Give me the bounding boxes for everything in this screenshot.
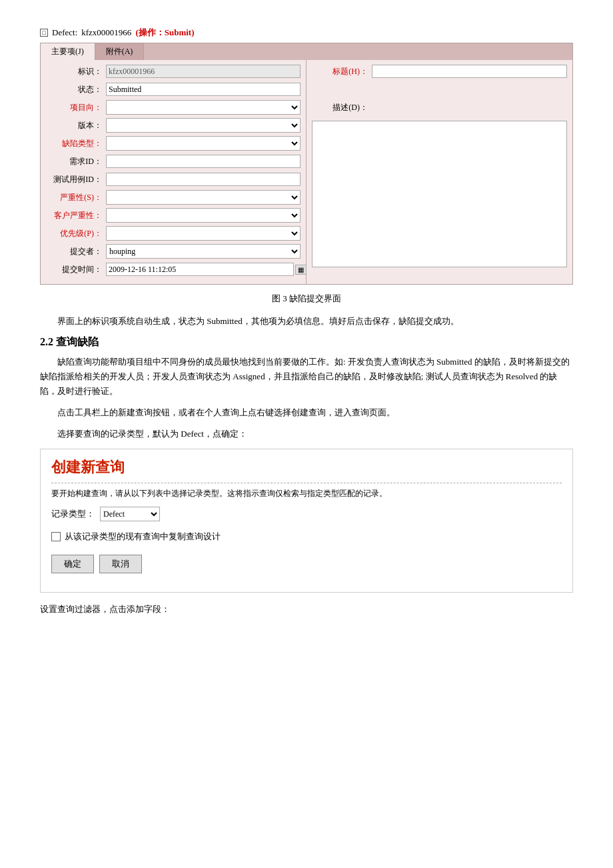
label-test-case-id: 测试用例ID： xyxy=(46,174,106,185)
form-body: 标识： 状态： 项目向： 版本： 缺陷类型： 需求ID： xyxy=(41,60,572,284)
section-para-2: 点击工具栏上的新建查询按钮，或者在个人查询上点右键选择创建查询，进入查询页面。 xyxy=(40,405,573,420)
form-left-column: 标识： 状态： 项目向： 版本： 缺陷类型： 需求ID： xyxy=(41,60,306,284)
copy-query-checkbox[interactable] xyxy=(51,532,61,541)
field-id: 标识： xyxy=(46,64,301,79)
field-submit-time: 提交时间： ▦ xyxy=(46,262,301,277)
defect-header: □ Defect: kfzx00001966 (操作：Submit) xyxy=(40,27,573,39)
section-para-3: 选择要查询的记录类型，默认为 Defect，点确定： xyxy=(40,427,573,441)
create-query-panel: 创建新查询 要开始构建查询，请从以下列表中选择记录类型。这将指示查询仅检索与指定… xyxy=(40,449,573,593)
section-para-1: 缺陷查询功能帮助项目组中不同身份的成员最快地找到当前要做的工作。如: 开发负责人… xyxy=(40,355,573,399)
label-title: 标题(H)： xyxy=(312,66,372,77)
label-project: 项目向： xyxy=(46,102,106,113)
tab-attachment[interactable]: 附件(A) xyxy=(95,43,145,60)
label-submit-time: 提交时间： xyxy=(46,264,106,275)
label-requirement-id: 需求ID： xyxy=(46,156,106,167)
input-test-case-id[interactable] xyxy=(106,173,301,186)
select-severity[interactable] xyxy=(106,190,301,205)
select-version[interactable] xyxy=(106,118,301,133)
calendar-icon[interactable]: ▦ xyxy=(295,265,306,275)
input-id[interactable] xyxy=(106,65,301,78)
record-type-label: 记录类型： xyxy=(51,508,95,520)
field-status: 状态： xyxy=(46,82,301,97)
form-right-column: 标题(H)： 描述(D)： xyxy=(306,60,572,284)
select-priority[interactable] xyxy=(106,226,301,241)
input-submit-time[interactable] xyxy=(106,263,294,276)
label-submitter: 提交者： xyxy=(46,246,106,257)
field-customer-severity: 客户严重性： xyxy=(46,208,301,223)
label-id: 标识： xyxy=(46,66,106,77)
field-project: 项目向： xyxy=(46,100,301,115)
tab-main[interactable]: 主要项(J) xyxy=(41,43,95,60)
defect-id: kfzx00001966 xyxy=(81,27,131,38)
select-project[interactable] xyxy=(106,100,301,115)
field-requirement-id: 需求ID： xyxy=(46,154,301,169)
field-title: 标题(H)： xyxy=(312,64,567,79)
select-customer-severity[interactable] xyxy=(106,208,301,223)
field-severity: 严重性(S)： xyxy=(46,190,301,205)
field-test-case-id: 测试用例ID： xyxy=(46,172,301,187)
filter-text: 设置查询过滤器，点击添加字段： xyxy=(40,602,573,617)
input-status[interactable] xyxy=(106,83,301,96)
field-submitter: 提交者： houping xyxy=(46,244,301,259)
record-type-row: 记录类型： Defect xyxy=(51,507,562,521)
section-heading-2-2: 2.2 查询缺陷 xyxy=(40,335,573,349)
label-description: 描述(D)： xyxy=(312,102,372,113)
confirm-button[interactable]: 确定 xyxy=(51,555,94,573)
field-priority: 优先级(P)： xyxy=(46,226,301,241)
field-version: 版本： xyxy=(46,118,301,133)
textarea-description[interactable] xyxy=(312,121,567,267)
label-priority: 优先级(P)： xyxy=(46,228,106,239)
field-defect-type: 缺陷类型： xyxy=(46,136,301,151)
label-defect-type: 缺陷类型： xyxy=(46,138,106,149)
select-submitter[interactable]: houping xyxy=(106,244,301,259)
tab-bar: 主要项(J) 附件(A) xyxy=(41,43,572,60)
label-severity: 严重性(S)： xyxy=(46,192,106,203)
defect-form-panel: 主要项(J) 附件(A) 标识： 状态： 项目向： 版本： 缺陷 xyxy=(40,43,573,285)
input-title[interactable] xyxy=(372,65,567,78)
figure-caption: 图 3 缺陷提交界面 xyxy=(40,293,573,305)
field-spacer xyxy=(312,82,567,97)
cancel-button[interactable]: 取消 xyxy=(99,555,142,573)
copy-query-label: 从该记录类型的现有查询中复制查询设计 xyxy=(65,531,221,543)
label-version: 版本： xyxy=(46,120,106,131)
paragraph-1: 界面上的标识项系统自动生成，状态为 Submitted，其他项为必填信息。填好后… xyxy=(40,314,573,329)
label-status: 状态： xyxy=(46,84,106,95)
input-requirement-id[interactable] xyxy=(106,155,301,168)
button-row: 确定 取消 xyxy=(51,555,562,573)
label-customer-severity: 客户严重性： xyxy=(46,210,106,221)
field-desc-label-row: 描述(D)： xyxy=(312,100,567,115)
select-defect-type[interactable] xyxy=(106,136,301,151)
create-query-title: 创建新查询 xyxy=(51,457,562,477)
copy-query-checkbox-row: 从该记录类型的现有查询中复制查询设计 xyxy=(51,531,562,543)
defect-prefix: Defect: xyxy=(52,27,77,38)
query-description: 要开始构建查询，请从以下列表中选择记录类型。这将指示查询仅检索与指定类型匹配的记… xyxy=(51,483,562,500)
record-type-select[interactable]: Defect xyxy=(100,507,160,521)
defect-action: (操作：Submit) xyxy=(135,27,194,39)
header-checkbox[interactable]: □ xyxy=(40,29,48,37)
